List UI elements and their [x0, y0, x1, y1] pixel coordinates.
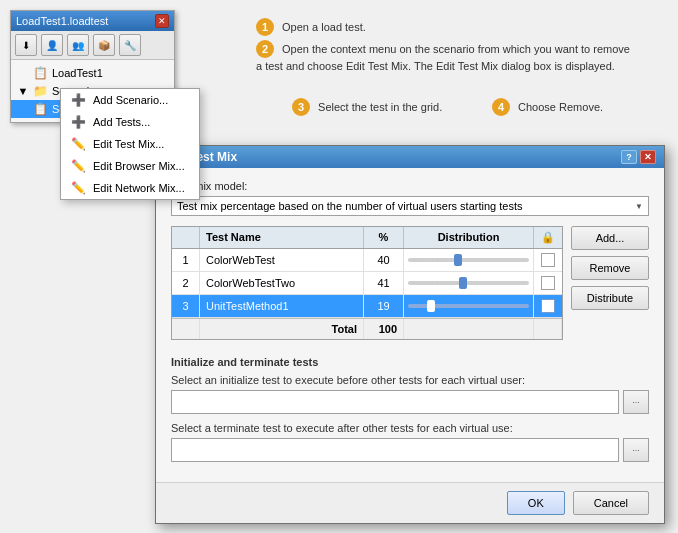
grid-header: Test Name % Distribution 🔒 [172, 227, 562, 249]
col-testname-header: Test Name [200, 227, 364, 248]
init-browse-button[interactable]: ··· [623, 390, 649, 414]
distribute-button[interactable]: Distribute [571, 286, 649, 310]
grid-row-3[interactable]: 3 UnitTestMethod1 19 · · · · · · · · · ·… [172, 295, 562, 318]
dialog-close-button[interactable]: ✕ [640, 150, 656, 164]
ctx-edit-test-mix[interactable]: ✏️ Edit Test Mix... [61, 133, 199, 155]
total-empty [172, 319, 200, 339]
toolbar-btn-1[interactable]: ⬇ [15, 34, 37, 56]
help-button[interactable]: ? [621, 150, 637, 164]
ctx-edit-network-mix[interactable]: ✏️ Edit Network Mix... [61, 177, 199, 199]
ctx-edit-browser-mix-label: Edit Browser Mix... [93, 160, 185, 172]
model-combo-value: Test mix percentage based on the number … [177, 200, 522, 212]
tool-title-label: LoadTest1.loadtest [16, 15, 108, 27]
ok-button[interactable]: OK [507, 491, 565, 515]
row3-slider-thumb[interactable] [427, 300, 435, 312]
row1-slider-thumb[interactable] [454, 254, 462, 266]
row1-slider[interactable]: · · · · · · · · · · · [408, 258, 529, 262]
add-scenario-icon: ➕ [71, 93, 87, 107]
row2-check[interactable] [534, 272, 562, 294]
callout-num-3: 3 [292, 98, 310, 116]
tree-label-loadtest: LoadTest1 [52, 67, 103, 79]
init-section-title: Initialize and terminate tests [171, 356, 649, 368]
loadtest-icon: 📋 [33, 66, 48, 80]
col-dist-header: Distribution [404, 227, 534, 248]
callout-3: 3 Select the test in the grid. [292, 98, 442, 116]
row1-checkbox[interactable] [541, 253, 555, 267]
row3-checkbox[interactable] [541, 299, 555, 313]
toolbar-btn-3[interactable]: 👥 [67, 34, 89, 56]
row2-checkbox[interactable] [541, 276, 555, 290]
scenario1-icon: 📋 [33, 102, 48, 116]
ctx-add-tests[interactable]: ➕ Add Tests... [61, 111, 199, 133]
row2-slider[interactable]: · · · · · · · · · · · [408, 281, 529, 285]
row1-pct[interactable]: 40 [364, 249, 404, 271]
edit-test-mix-dialog: Edit Test Mix ? ✕ Test mix model: Test m… [155, 145, 665, 524]
model-label: Test mix model: [171, 180, 649, 192]
terminate-label: Select a terminate test to execute after… [171, 422, 649, 434]
combo-arrow-icon: ▼ [635, 202, 643, 211]
context-menu: ➕ Add Scenario... ➕ Add Tests... ✏️ Edit… [60, 88, 200, 200]
ctx-edit-browser-mix[interactable]: ✏️ Edit Browser Mix... [61, 155, 199, 177]
row2-slider-thumb[interactable] [459, 277, 467, 289]
col-pct-header: % [364, 227, 404, 248]
ctx-add-scenario-label: Add Scenario... [93, 94, 168, 106]
side-buttons: Add... Remove Distribute [563, 226, 649, 348]
dialog-body: Test mix model: Test mix percentage base… [156, 168, 664, 482]
toolbar-btn-5[interactable]: 🔧 [119, 34, 141, 56]
callout-2: 2 Open the context menu on the scenario … [256, 40, 636, 75]
grid-row-1[interactable]: 1 ColorWebTest 40 · · · · · · · · · · · [172, 249, 562, 272]
row3-name: UnitTestMethod1 [200, 295, 364, 317]
toolbar-btn-4[interactable]: 📦 [93, 34, 115, 56]
ctx-edit-test-mix-label: Edit Test Mix... [93, 138, 164, 150]
total-check [534, 319, 562, 339]
row2-pct[interactable]: 41 [364, 272, 404, 294]
scenarios-icon: 📁 [33, 84, 48, 98]
tree-item-loadtest[interactable]: 📋 LoadTest1 [11, 64, 174, 82]
tool-title-text: LoadTest1.loadtest [16, 15, 108, 27]
dialog-titlebar: Edit Test Mix ? ✕ [156, 146, 664, 168]
total-value: 100 [364, 319, 404, 339]
ctx-add-scenario[interactable]: ➕ Add Scenario... [61, 89, 199, 111]
total-label: Total [200, 319, 364, 339]
remove-button[interactable]: Remove [571, 256, 649, 280]
init-section: Initialize and terminate tests Select an… [171, 356, 649, 462]
callout-num-2: 2 [256, 40, 274, 58]
row3-pct[interactable]: 19 [364, 295, 404, 317]
grid-area: Test Name % Distribution 🔒 1 ColorWebTes… [171, 226, 649, 348]
init-input[interactable] [171, 390, 619, 414]
dialog-win-buttons: ? ✕ [621, 150, 656, 164]
terminate-input[interactable] [171, 438, 619, 462]
add-tests-icon: ➕ [71, 115, 87, 129]
edit-network-mix-icon: ✏️ [71, 181, 87, 195]
row2-dist[interactable]: · · · · · · · · · · · [404, 272, 534, 294]
callout-text-1: Open a load test. [282, 21, 366, 33]
edit-browser-mix-icon: ✏️ [71, 159, 87, 173]
callout-4: 4 Choose Remove. [492, 98, 603, 116]
model-combo[interactable]: Test mix percentage based on the number … [171, 196, 649, 216]
row3-check[interactable] [534, 295, 562, 317]
row1-dist[interactable]: · · · · · · · · · · · [404, 249, 534, 271]
cancel-button[interactable]: Cancel [573, 491, 649, 515]
row3-slider[interactable]: · · · · · · · · · · · [408, 304, 529, 308]
row3-dist[interactable]: · · · · · · · · · · · [404, 295, 534, 317]
terminate-browse-button[interactable]: ··· [623, 438, 649, 462]
grid-row-2[interactable]: 2 ColorWebTestTwo 41 · · · · · · · · · ·… [172, 272, 562, 295]
test-grid: Test Name % Distribution 🔒 1 ColorWebTes… [171, 226, 563, 340]
callout-text-4: Choose Remove. [518, 101, 603, 113]
add-button[interactable]: Add... [571, 226, 649, 250]
lock-icon: 🔒 [541, 231, 555, 243]
toolbar-btn-2[interactable]: 👤 [41, 34, 63, 56]
edit-test-mix-icon: ✏️ [71, 137, 87, 151]
tool-close-button[interactable]: ✕ [155, 14, 169, 28]
grid-wrapper: Test Name % Distribution 🔒 1 ColorWebTes… [171, 226, 563, 348]
dialog-footer: OK Cancel [156, 482, 664, 523]
row2-num: 2 [172, 272, 200, 294]
grid-total-row: Total 100 [172, 318, 562, 339]
callout-num-4: 4 [492, 98, 510, 116]
callout-1: 1 Open a load test. [256, 18, 366, 36]
ctx-add-tests-label: Add Tests... [93, 116, 150, 128]
row3-num: 3 [172, 295, 200, 317]
callout-text-3: Select the test in the grid. [318, 101, 442, 113]
row1-check[interactable] [534, 249, 562, 271]
callout-num-1: 1 [256, 18, 274, 36]
